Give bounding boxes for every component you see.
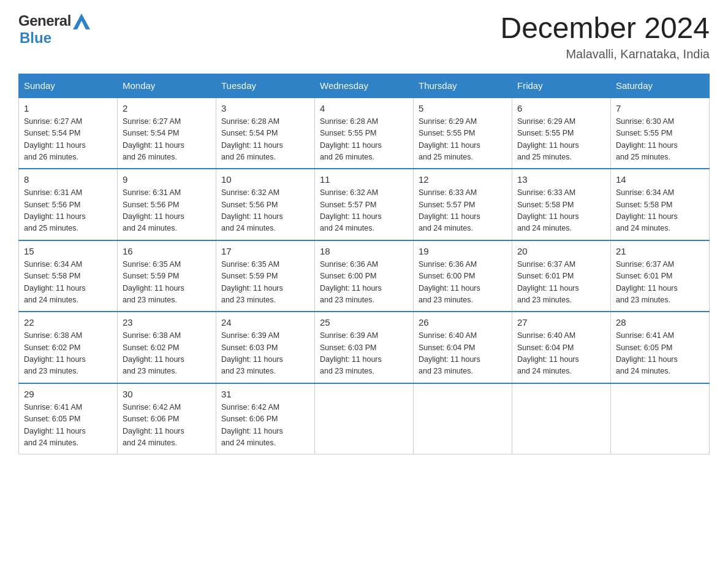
day-number: 20 <box>517 246 605 256</box>
logo-arrow-icon <box>73 13 90 29</box>
calendar-cell: 13 Sunrise: 6:33 AM Sunset: 5:58 PM Dayl… <box>512 169 611 240</box>
day-number: 9 <box>123 174 211 185</box>
day-info: Sunrise: 6:29 AM Sunset: 5:55 PM Dayligh… <box>517 116 605 164</box>
day-info: Sunrise: 6:34 AM Sunset: 5:58 PM Dayligh… <box>24 259 112 307</box>
day-number: 10 <box>221 174 309 185</box>
calendar-cell <box>611 383 710 454</box>
calendar-cell: 3 Sunrise: 6:28 AM Sunset: 5:54 PM Dayli… <box>216 98 315 169</box>
day-info: Sunrise: 6:29 AM Sunset: 5:55 PM Dayligh… <box>419 116 507 164</box>
day-info: Sunrise: 6:41 AM Sunset: 6:05 PM Dayligh… <box>616 330 704 378</box>
calendar-cell: 17 Sunrise: 6:35 AM Sunset: 5:59 PM Dayl… <box>216 240 315 312</box>
calendar-cell: 19 Sunrise: 6:36 AM Sunset: 6:00 PM Dayl… <box>414 240 512 312</box>
calendar-cell: 29 Sunrise: 6:41 AM Sunset: 6:05 PM Dayl… <box>19 383 118 454</box>
day-number: 17 <box>221 246 309 256</box>
col-thursday: Thursday <box>414 74 512 98</box>
day-info: Sunrise: 6:34 AM Sunset: 5:58 PM Dayligh… <box>616 187 704 235</box>
calendar-cell: 22 Sunrise: 6:38 AM Sunset: 6:02 PM Dayl… <box>19 312 118 383</box>
day-info: Sunrise: 6:28 AM Sunset: 5:55 PM Dayligh… <box>320 116 408 164</box>
col-friday: Friday <box>512 74 611 98</box>
day-info: Sunrise: 6:40 AM Sunset: 6:04 PM Dayligh… <box>419 330 507 378</box>
calendar-cell: 28 Sunrise: 6:41 AM Sunset: 6:05 PM Dayl… <box>611 312 710 383</box>
day-info: Sunrise: 6:37 AM Sunset: 6:01 PM Dayligh… <box>517 259 605 307</box>
week-row-2: 8 Sunrise: 6:31 AM Sunset: 5:56 PM Dayli… <box>19 169 710 240</box>
day-number: 26 <box>419 317 507 327</box>
calendar-cell: 10 Sunrise: 6:32 AM Sunset: 5:56 PM Dayl… <box>216 169 315 240</box>
day-info: Sunrise: 6:35 AM Sunset: 5:59 PM Dayligh… <box>123 259 211 307</box>
day-info: Sunrise: 6:37 AM Sunset: 6:01 PM Dayligh… <box>616 259 704 307</box>
col-monday: Monday <box>118 74 216 98</box>
day-info: Sunrise: 6:35 AM Sunset: 5:59 PM Dayligh… <box>221 259 309 307</box>
logo-general-text: General <box>18 12 71 29</box>
calendar-body: 1 Sunrise: 6:27 AM Sunset: 5:54 PM Dayli… <box>19 98 710 454</box>
day-number: 29 <box>24 389 112 399</box>
calendar-cell: 8 Sunrise: 6:31 AM Sunset: 5:56 PM Dayli… <box>19 169 118 240</box>
day-info: Sunrise: 6:32 AM Sunset: 5:57 PM Dayligh… <box>320 187 408 235</box>
calendar-cell: 26 Sunrise: 6:40 AM Sunset: 6:04 PM Dayl… <box>414 312 512 383</box>
day-number: 30 <box>123 389 211 399</box>
day-number: 27 <box>517 317 605 327</box>
week-row-1: 1 Sunrise: 6:27 AM Sunset: 5:54 PM Dayli… <box>19 98 710 169</box>
calendar-cell: 27 Sunrise: 6:40 AM Sunset: 6:04 PM Dayl… <box>512 312 611 383</box>
title-block: December 2024 Malavalli, Karnataka, Indi… <box>500 12 710 61</box>
calendar-cell: 14 Sunrise: 6:34 AM Sunset: 5:58 PM Dayl… <box>611 169 710 240</box>
calendar-cell: 21 Sunrise: 6:37 AM Sunset: 6:01 PM Dayl… <box>611 240 710 312</box>
day-number: 15 <box>24 246 112 256</box>
day-number: 1 <box>24 103 112 113</box>
day-number: 6 <box>517 103 605 113</box>
day-info: Sunrise: 6:30 AM Sunset: 5:55 PM Dayligh… <box>616 116 704 164</box>
calendar-cell <box>315 383 414 454</box>
day-number: 13 <box>517 174 605 185</box>
day-number: 31 <box>221 389 309 399</box>
calendar-cell: 5 Sunrise: 6:29 AM Sunset: 5:55 PM Dayli… <box>414 98 512 169</box>
day-info: Sunrise: 6:39 AM Sunset: 6:03 PM Dayligh… <box>320 330 408 378</box>
day-number: 23 <box>123 317 211 327</box>
day-info: Sunrise: 6:40 AM Sunset: 6:04 PM Dayligh… <box>517 330 605 378</box>
day-info: Sunrise: 6:42 AM Sunset: 6:06 PM Dayligh… <box>123 402 211 450</box>
day-info: Sunrise: 6:28 AM Sunset: 5:54 PM Dayligh… <box>221 116 309 164</box>
day-info: Sunrise: 6:39 AM Sunset: 6:03 PM Dayligh… <box>221 330 309 378</box>
col-sunday: Sunday <box>19 74 118 98</box>
logo-blue-text: Blue <box>20 29 51 46</box>
calendar-cell <box>512 383 611 454</box>
location-text: Malavalli, Karnataka, India <box>500 47 710 61</box>
day-number: 3 <box>221 103 309 113</box>
col-tuesday: Tuesday <box>216 74 315 98</box>
calendar-cell: 31 Sunrise: 6:42 AM Sunset: 6:06 PM Dayl… <box>216 383 315 454</box>
calendar-header: Sunday Monday Tuesday Wednesday Thursday… <box>19 74 710 98</box>
day-info: Sunrise: 6:38 AM Sunset: 6:02 PM Dayligh… <box>24 330 112 378</box>
calendar-cell: 24 Sunrise: 6:39 AM Sunset: 6:03 PM Dayl… <box>216 312 315 383</box>
week-row-5: 29 Sunrise: 6:41 AM Sunset: 6:05 PM Dayl… <box>19 383 710 454</box>
day-number: 24 <box>221 317 309 327</box>
calendar-cell: 6 Sunrise: 6:29 AM Sunset: 5:55 PM Dayli… <box>512 98 611 169</box>
calendar-cell: 11 Sunrise: 6:32 AM Sunset: 5:57 PM Dayl… <box>315 169 414 240</box>
month-title: December 2024 <box>500 12 710 45</box>
day-info: Sunrise: 6:32 AM Sunset: 5:56 PM Dayligh… <box>221 187 309 235</box>
day-number: 2 <box>123 103 211 113</box>
week-row-4: 22 Sunrise: 6:38 AM Sunset: 6:02 PM Dayl… <box>19 312 710 383</box>
calendar-cell: 16 Sunrise: 6:35 AM Sunset: 5:59 PM Dayl… <box>118 240 216 312</box>
calendar-cell: 2 Sunrise: 6:27 AM Sunset: 5:54 PM Dayli… <box>118 98 216 169</box>
calendar-cell: 4 Sunrise: 6:28 AM Sunset: 5:55 PM Dayli… <box>315 98 414 169</box>
day-info: Sunrise: 6:42 AM Sunset: 6:06 PM Dayligh… <box>221 402 309 450</box>
day-info: Sunrise: 6:31 AM Sunset: 5:56 PM Dayligh… <box>24 187 112 235</box>
calendar-cell: 20 Sunrise: 6:37 AM Sunset: 6:01 PM Dayl… <box>512 240 611 312</box>
calendar-cell: 15 Sunrise: 6:34 AM Sunset: 5:58 PM Dayl… <box>19 240 118 312</box>
day-number: 22 <box>24 317 112 327</box>
col-saturday: Saturday <box>611 74 710 98</box>
col-wednesday: Wednesday <box>315 74 414 98</box>
calendar-cell: 7 Sunrise: 6:30 AM Sunset: 5:55 PM Dayli… <box>611 98 710 169</box>
day-number: 21 <box>616 246 704 256</box>
day-number: 25 <box>320 317 408 327</box>
calendar-cell: 18 Sunrise: 6:36 AM Sunset: 6:00 PM Dayl… <box>315 240 414 312</box>
week-row-3: 15 Sunrise: 6:34 AM Sunset: 5:58 PM Dayl… <box>19 240 710 312</box>
day-number: 18 <box>320 246 408 256</box>
calendar-cell: 23 Sunrise: 6:38 AM Sunset: 6:02 PM Dayl… <box>118 312 216 383</box>
day-info: Sunrise: 6:41 AM Sunset: 6:05 PM Dayligh… <box>24 402 112 450</box>
calendar-cell: 1 Sunrise: 6:27 AM Sunset: 5:54 PM Dayli… <box>19 98 118 169</box>
day-info: Sunrise: 6:27 AM Sunset: 5:54 PM Dayligh… <box>123 116 211 164</box>
day-info: Sunrise: 6:38 AM Sunset: 6:02 PM Dayligh… <box>123 330 211 378</box>
day-number: 11 <box>320 174 408 185</box>
day-number: 12 <box>419 174 507 185</box>
calendar-cell: 30 Sunrise: 6:42 AM Sunset: 6:06 PM Dayl… <box>118 383 216 454</box>
day-number: 14 <box>616 174 704 185</box>
